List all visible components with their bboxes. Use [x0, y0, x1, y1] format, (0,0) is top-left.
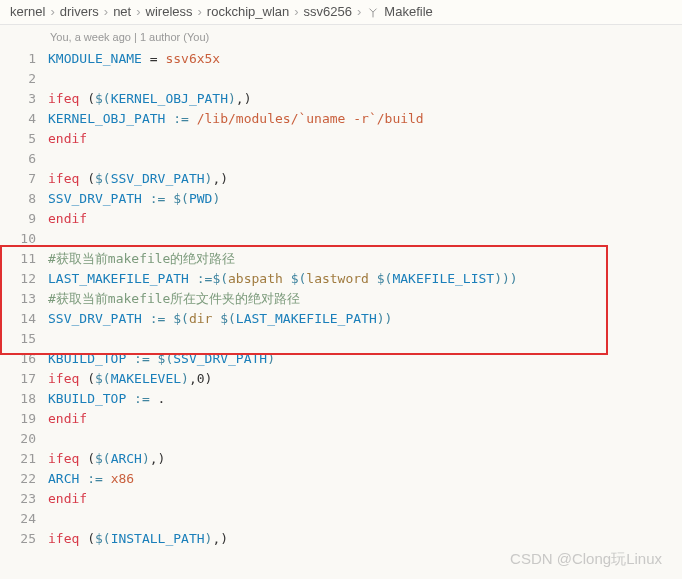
code-line: endif [48, 489, 682, 509]
code-line: LAST_MAKEFILE_PATH :=$(abspath $(lastwor… [48, 269, 682, 289]
crumb-drivers[interactable]: drivers [60, 4, 99, 19]
breadcrumb[interactable]: kernel› drivers› net› wireless› rockchip… [0, 0, 682, 25]
code-line: #获取当前makefile的绝对路径 [48, 249, 682, 269]
watermark: CSDN @Clong玩Linux [510, 550, 662, 569]
crumb-net[interactable]: net [113, 4, 131, 19]
code-line [48, 509, 682, 529]
code-line [48, 229, 682, 249]
code-line: ifeq ($(MAKELEVEL),0) [48, 369, 682, 389]
crumb-wireless[interactable]: wireless [146, 4, 193, 19]
crumb-makefile[interactable]: Makefile [384, 4, 432, 19]
code-line: endif [48, 209, 682, 229]
chevron-right-icon: › [136, 4, 140, 19]
code-line: ifeq ($(INSTALL_PATH),) [48, 529, 682, 549]
chevron-right-icon: › [104, 4, 108, 19]
chevron-right-icon: › [294, 4, 298, 19]
code-line: ifeq ($(KERNEL_OBJ_PATH),) [48, 89, 682, 109]
line-gutter: 1234567891011121314151617181920212223242… [0, 25, 48, 549]
makefile-icon [366, 4, 380, 20]
code-line: KBUILD_TOP := $(SSV_DRV_PATH) [48, 349, 682, 369]
chevron-right-icon: › [50, 4, 54, 19]
code-editor[interactable]: 1234567891011121314151617181920212223242… [0, 25, 682, 549]
code-line: #获取当前makefile所在文件夹的绝对路径 [48, 289, 682, 309]
crumb-rockchip[interactable]: rockchip_wlan [207, 4, 289, 19]
code-line: ifeq ($(ARCH),) [48, 449, 682, 469]
code-line [48, 149, 682, 169]
crumb-ssv6256[interactable]: ssv6256 [304, 4, 352, 19]
code-line: endif [48, 129, 682, 149]
code-line: ARCH := x86 [48, 469, 682, 489]
code-line [48, 429, 682, 449]
chevron-right-icon: › [357, 4, 361, 19]
code-line: endif [48, 409, 682, 429]
code-line [48, 69, 682, 89]
code-line: SSV_DRV_PATH := $(dir $(LAST_MAKEFILE_PA… [48, 309, 682, 329]
crumb-kernel[interactable]: kernel [10, 4, 45, 19]
code-area[interactable]: You, a week ago | 1 author (You) KMODULE… [48, 25, 682, 549]
codelens[interactable]: You, a week ago | 1 author (You) [48, 25, 682, 49]
code-line: KMODULE_NAME = ssv6x5x [48, 49, 682, 69]
chevron-right-icon: › [198, 4, 202, 19]
code-line: KERNEL_OBJ_PATH := /lib/modules/`uname -… [48, 109, 682, 129]
code-line: KBUILD_TOP := . [48, 389, 682, 409]
code-line: ifeq ($(SSV_DRV_PATH),) [48, 169, 682, 189]
code-line [48, 329, 682, 349]
code-line: SSV_DRV_PATH := $(PWD) [48, 189, 682, 209]
